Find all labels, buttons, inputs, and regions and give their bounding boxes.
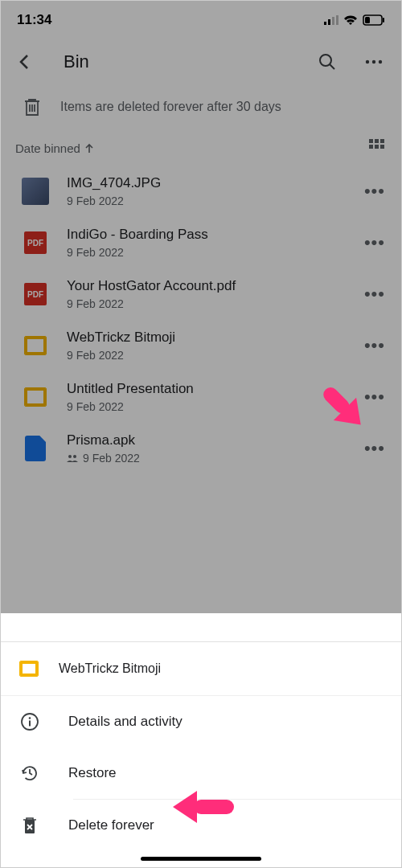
- file-row[interactable]: WebTrickz Bitmoji 9 Feb 2022 •••: [1, 320, 401, 371]
- sheet-header: WebTrickz Bitmoji: [1, 642, 401, 696]
- file-row[interactable]: Untitled Presentation 9 Feb 2022 •••: [1, 371, 401, 423]
- svg-rect-12: [369, 139, 373, 143]
- file-date: 9 Feb 2022: [67, 452, 359, 465]
- svg-line-8: [330, 64, 334, 69]
- trash-icon: [23, 97, 41, 117]
- file-date: 9 Feb 2022: [67, 400, 359, 413]
- page-title: Bin: [64, 51, 297, 72]
- file-more-button[interactable]: •••: [359, 232, 390, 253]
- svg-rect-13: [375, 139, 379, 143]
- svg-rect-3: [336, 15, 338, 25]
- svg-rect-0: [324, 22, 326, 25]
- file-name: Prisma.apk: [67, 432, 359, 448]
- svg-rect-16: [375, 145, 379, 149]
- search-icon: [318, 52, 337, 72]
- file-row[interactable]: IMG_4704.JPG 9 Feb 2022 •••: [1, 166, 401, 217]
- info-banner: Items are deleted forever after 30 days: [1, 84, 401, 136]
- sheet-title: WebTrickz Bitmoji: [59, 661, 161, 676]
- svg-point-23: [29, 717, 31, 719]
- view-toggle-button[interactable]: [369, 139, 385, 158]
- file-name: Your HostGator Account.pdf: [67, 278, 359, 294]
- svg-point-9: [366, 60, 369, 63]
- file-date: 9 Feb 2022: [67, 194, 359, 207]
- svg-rect-14: [380, 139, 384, 143]
- search-button[interactable]: [311, 46, 343, 78]
- file-icon: [25, 436, 46, 461]
- file-date: 9 Feb 2022: [67, 349, 359, 362]
- home-indicator[interactable]: [141, 857, 261, 861]
- file-more-button[interactable]: •••: [359, 387, 390, 407]
- file-name: IMG_4704.JPG: [67, 175, 359, 191]
- app-bar: Bin: [1, 39, 401, 84]
- file-more-button[interactable]: •••: [359, 438, 390, 459]
- svg-point-18: [68, 455, 72, 458]
- svg-point-19: [73, 455, 76, 458]
- arrow-up-icon: [84, 143, 95, 154]
- shared-icon: [67, 454, 78, 462]
- status-icons: [324, 14, 385, 26]
- file-date: 9 Feb 2022: [67, 297, 359, 310]
- file-more-button[interactable]: •••: [359, 181, 390, 202]
- wifi-icon: [343, 14, 358, 26]
- file-row[interactable]: PDF Your HostGator Account.pdf 9 Feb 202…: [1, 268, 401, 320]
- pdf-icon: PDF: [24, 231, 47, 254]
- svg-rect-6: [383, 18, 384, 23]
- file-more-button[interactable]: •••: [359, 335, 390, 356]
- svg-rect-17: [380, 145, 384, 149]
- file-date: 9 Feb 2022: [67, 246, 359, 259]
- sort-button[interactable]: Date binned: [15, 141, 95, 155]
- action-label: Restore: [68, 765, 117, 781]
- overflow-button[interactable]: [358, 46, 390, 78]
- slides-icon: [24, 387, 47, 407]
- file-row[interactable]: PDF IndiGo - Boarding Pass 9 Feb 2022 ••…: [1, 217, 401, 268]
- sort-label: Date binned: [15, 141, 80, 155]
- status-bar: 11:34: [1, 1, 401, 39]
- svg-rect-15: [369, 145, 373, 149]
- info-icon: [21, 713, 39, 731]
- battery-icon: [363, 14, 385, 26]
- sheet-action-delete[interactable]: Delete forever: [1, 800, 401, 851]
- svg-point-11: [379, 60, 382, 63]
- action-label: Details and activity: [68, 714, 183, 730]
- sort-row: Date binned: [1, 136, 401, 166]
- pdf-icon: PDF: [24, 283, 47, 305]
- svg-rect-24: [29, 721, 31, 727]
- image-thumbnail-icon: [22, 178, 49, 205]
- delete-forever-icon: [22, 817, 38, 834]
- svg-rect-1: [328, 19, 330, 25]
- file-name: IndiGo - Boarding Pass: [67, 227, 359, 243]
- action-sheet: WebTrickz Bitmoji Details and activity R…: [1, 641, 401, 867]
- slides-icon: [19, 661, 39, 677]
- grid-icon: [369, 139, 385, 155]
- file-row[interactable]: Prisma.apk 9 Feb 2022 •••: [1, 423, 401, 474]
- signal-icon: [324, 15, 338, 25]
- slides-icon: [24, 336, 47, 355]
- file-list: IMG_4704.JPG 9 Feb 2022 ••• PDF IndiGo -…: [1, 166, 401, 474]
- file-name: WebTrickz Bitmoji: [67, 330, 359, 346]
- more-horizontal-icon: [365, 59, 383, 64]
- sheet-action-details[interactable]: Details and activity: [1, 696, 401, 747]
- status-time: 11:34: [17, 12, 51, 28]
- banner-text: Items are deleted forever after 30 days: [60, 100, 281, 114]
- back-button[interactable]: [9, 46, 41, 78]
- file-more-button[interactable]: •••: [359, 284, 390, 305]
- sheet-action-restore[interactable]: Restore: [1, 747, 401, 799]
- svg-rect-2: [332, 17, 334, 25]
- restore-icon: [21, 764, 39, 782]
- svg-point-10: [372, 60, 375, 63]
- svg-rect-5: [365, 17, 370, 23]
- svg-point-7: [320, 55, 331, 66]
- chevron-left-icon: [15, 52, 35, 72]
- action-label: Delete forever: [68, 817, 154, 833]
- file-name: Untitled Presentation: [67, 381, 359, 397]
